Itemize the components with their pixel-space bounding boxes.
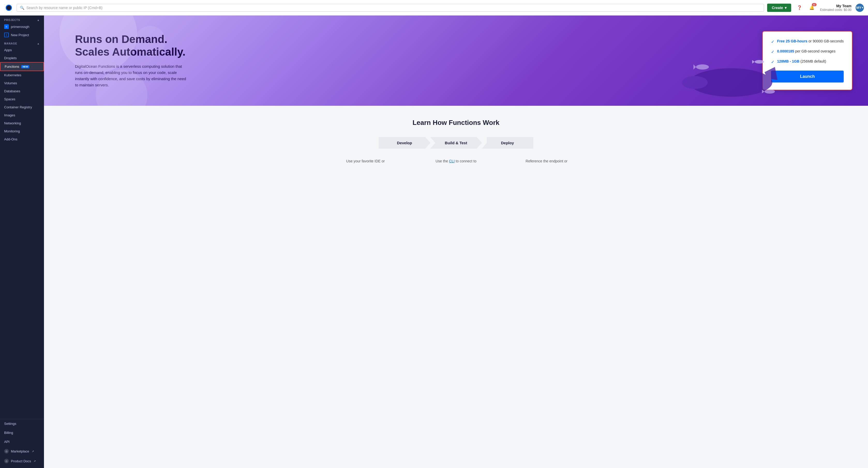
nav-right: Create ▾ ❓ 🔔 22 My Team Estimated costs:… <box>767 4 864 12</box>
add-project-icon: + <box>4 33 9 37</box>
hero-card-item-1: ✓ Free 25 GB-hours or 90000 GB-seconds <box>771 39 844 44</box>
sidebar-item-images[interactable]: Images <box>0 111 44 119</box>
sidebar: PROJECTS ▲ ≡ primerossgh + New Project M… <box>0 15 44 468</box>
step-desc-build: Use the CLI to connect to <box>411 156 501 166</box>
decorative-shape-3 <box>134 26 165 57</box>
hero-card-text-2: 0.0000185 per GB-second overages <box>777 49 835 54</box>
step-build-test: Build & Test <box>430 137 482 149</box>
sidebar-item-spaces[interactable]: Spaces <box>0 95 44 103</box>
sidebar-item-droplets[interactable]: Droplets <box>0 54 44 62</box>
notifications-button[interactable]: 🔔 22 <box>808 4 816 12</box>
learn-section: Learn How Functions Work Develop Build &… <box>44 106 868 179</box>
team-cost: Estimated costs: $0.00 <box>820 8 851 12</box>
hero-card-item-3: ✓ 128MB - 1GB (256MB default) <box>771 59 844 64</box>
external-link-icon: ↗ <box>32 450 34 453</box>
step-deploy: Deploy <box>482 137 533 149</box>
sidebar-item-new-project[interactable]: + New Project <box>0 31 44 39</box>
cli-link[interactable]: CLI <box>449 159 455 163</box>
logo[interactable] <box>4 3 13 12</box>
steps-row: Develop Build & Test Deploy <box>60 137 852 149</box>
sidebar-item-add-ons[interactable]: Add-Ons <box>0 135 44 143</box>
hero-card-item-2: ✓ 0.0000185 per GB-second overages <box>771 49 844 54</box>
hero-card-text-1: Free 25 GB-hours or 90000 GB-seconds <box>777 39 844 44</box>
svg-point-4 <box>696 64 709 69</box>
svg-marker-5 <box>693 64 696 69</box>
avatar[interactable]: MY ▾ <box>856 4 864 12</box>
chevron-down-icon: ▾ <box>785 6 786 10</box>
sidebar-item-databases[interactable]: Databases <box>0 87 44 95</box>
learn-title: Learn How Functions Work <box>60 119 852 127</box>
step-desc-develop: Use your favorite IDE or <box>320 156 411 166</box>
project-icon: ≡ <box>4 24 9 29</box>
launch-button[interactable]: Launch <box>771 71 844 83</box>
sidebar-bottom: Settings Billing API ⊙ Marketplace ↗ ⊙ P… <box>0 419 44 468</box>
external-link-icon: ↗ <box>34 460 36 463</box>
sidebar-item-primerossgh[interactable]: ≡ primerossgh <box>0 23 44 31</box>
marketplace-icon: ⊙ <box>4 449 9 454</box>
check-icon-1: ✓ <box>771 39 774 44</box>
top-nav: 🔍 Search by resource name or public IP (… <box>0 0 868 15</box>
sidebar-item-settings[interactable]: Settings <box>0 419 44 428</box>
sidebar-item-volumes[interactable]: Volumes <box>0 79 44 87</box>
manage-section-label: MANAGE ▲ <box>0 39 44 46</box>
chevron-down-icon: ▾ <box>862 6 863 9</box>
team-info: My Team Estimated costs: $0.00 <box>820 4 851 12</box>
sidebar-item-networking[interactable]: Networking <box>0 119 44 127</box>
svg-point-6 <box>755 60 764 64</box>
svg-marker-7 <box>752 60 755 64</box>
new-badge: NEW <box>21 65 29 68</box>
team-name: My Team <box>836 4 851 8</box>
sidebar-item-marketplace[interactable]: ⊙ Marketplace ↗ <box>0 446 44 456</box>
projects-collapse-icon[interactable]: ▲ <box>37 19 40 22</box>
manage-collapse-icon[interactable]: ▲ <box>37 42 40 45</box>
search-placeholder: Search by resource name or public IP (Cm… <box>26 6 102 10</box>
docs-icon: ⊙ <box>4 459 9 463</box>
sidebar-item-container-registry[interactable]: Container Registry <box>0 103 44 111</box>
notif-badge: 22 <box>812 3 816 6</box>
search-bar[interactable]: 🔍 Search by resource name or public IP (… <box>17 4 764 12</box>
create-button[interactable]: Create ▾ <box>767 4 791 12</box>
sidebar-item-api[interactable]: API <box>0 437 44 446</box>
step-desc-deploy: Reference the endpoint or <box>501 156 592 166</box>
sidebar-item-functions[interactable]: Functions NEW <box>0 62 44 71</box>
sidebar-item-billing[interactable]: Billing <box>0 428 44 437</box>
svg-point-8 <box>765 90 775 94</box>
hero-card-text-3: 128MB - 1GB (256MB default) <box>777 59 826 64</box>
help-button[interactable]: ❓ <box>795 4 804 12</box>
sidebar-item-apps[interactable]: Apps <box>0 46 44 54</box>
hero-banner: Runs on Demand. Scales Automatically. Di… <box>44 15 868 106</box>
sidebar-item-product-docs[interactable]: ⊙ Product Docs ↗ <box>0 456 44 466</box>
projects-section-label: PROJECTS ▲ <box>0 15 44 23</box>
search-icon: 🔍 <box>20 6 24 10</box>
layout: PROJECTS ▲ ≡ primerossgh + New Project M… <box>0 15 868 468</box>
sidebar-item-monitoring[interactable]: Monitoring <box>0 127 44 135</box>
shark-illustration <box>682 46 780 103</box>
step-develop: Develop <box>379 137 430 149</box>
step-descriptions: Use your favorite IDE or Use the CLI to … <box>60 156 852 166</box>
main-content: Runs on Demand. Scales Automatically. Di… <box>44 15 868 468</box>
svg-point-2 <box>682 76 708 89</box>
sidebar-item-kubernetes[interactable]: Kubernetes <box>0 71 44 79</box>
